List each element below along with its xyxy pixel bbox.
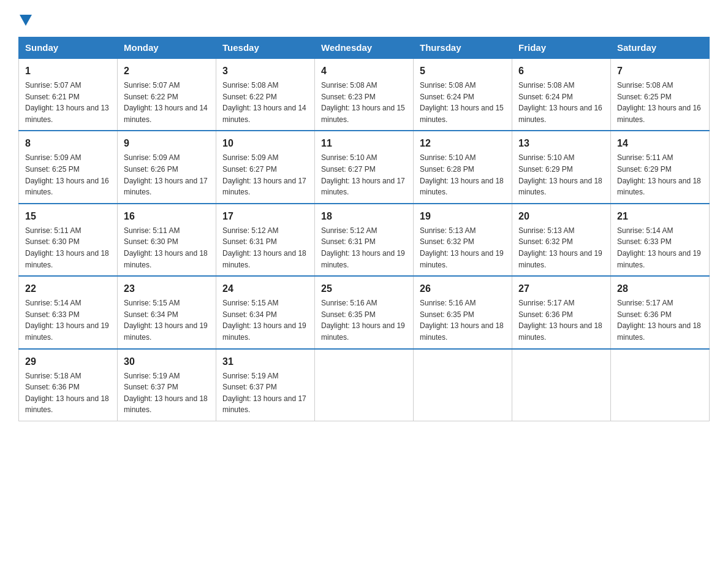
day-number: 3 — [222, 64, 308, 79]
day-number: 11 — [321, 136, 407, 151]
empty-day-cell — [611, 349, 710, 421]
day-cell-31: 31Sunrise: 5:19 AMSunset: 6:37 PMDayligh… — [216, 349, 315, 421]
day-number: 24 — [222, 282, 308, 296]
day-number: 20 — [518, 209, 604, 224]
day-info: Sunrise: 5:16 AMSunset: 6:35 PMDaylight:… — [321, 297, 407, 343]
empty-day-cell — [315, 349, 414, 421]
day-info: Sunrise: 5:13 AMSunset: 6:32 PMDaylight:… — [518, 225, 604, 270]
day-cell-27: 27Sunrise: 5:17 AMSunset: 6:36 PMDayligh… — [512, 276, 611, 348]
weekday-header-tuesday: Tuesday — [216, 37, 315, 59]
day-cell-20: 20Sunrise: 5:13 AMSunset: 6:32 PMDayligh… — [512, 204, 611, 276]
day-cell-13: 13Sunrise: 5:10 AMSunset: 6:29 PMDayligh… — [512, 131, 611, 203]
day-info: Sunrise: 5:19 AMSunset: 6:37 PMDaylight:… — [222, 370, 308, 416]
day-info: Sunrise: 5:14 AMSunset: 6:33 PMDaylight:… — [617, 225, 703, 270]
weekday-header-sunday: Sunday — [19, 37, 118, 59]
day-number: 7 — [617, 64, 703, 79]
day-number: 2 — [124, 64, 210, 79]
logo — [18, 12, 32, 26]
day-number: 26 — [420, 282, 506, 296]
day-number: 14 — [617, 136, 703, 151]
calendar-week-row: 29Sunrise: 5:18 AMSunset: 6:36 PMDayligh… — [19, 349, 710, 421]
calendar-header-row: SundayMondayTuesdayWednesdayThursdayFrid… — [19, 37, 710, 59]
day-info: Sunrise: 5:12 AMSunset: 6:31 PMDaylight:… — [321, 225, 407, 270]
day-number: 21 — [617, 209, 703, 224]
day-cell-18: 18Sunrise: 5:12 AMSunset: 6:31 PMDayligh… — [315, 204, 414, 276]
day-info: Sunrise: 5:08 AMSunset: 6:22 PMDaylight:… — [222, 80, 308, 125]
day-number: 31 — [222, 354, 308, 369]
day-number: 9 — [124, 136, 210, 151]
day-number: 13 — [518, 136, 604, 151]
day-info: Sunrise: 5:16 AMSunset: 6:35 PMDaylight:… — [420, 297, 506, 343]
day-cell-24: 24Sunrise: 5:15 AMSunset: 6:34 PMDayligh… — [216, 276, 315, 348]
day-cell-29: 29Sunrise: 5:18 AMSunset: 6:36 PMDayligh… — [19, 349, 118, 421]
day-cell-19: 19Sunrise: 5:13 AMSunset: 6:32 PMDayligh… — [414, 204, 512, 276]
day-cell-6: 6Sunrise: 5:08 AMSunset: 6:24 PMDaylight… — [512, 58, 611, 131]
day-info: Sunrise: 5:11 AMSunset: 6:30 PMDaylight:… — [25, 225, 111, 270]
day-info: Sunrise: 5:09 AMSunset: 6:25 PMDaylight:… — [25, 152, 111, 197]
empty-day-cell — [512, 349, 611, 421]
day-cell-7: 7Sunrise: 5:08 AMSunset: 6:25 PMDaylight… — [611, 58, 710, 131]
day-cell-14: 14Sunrise: 5:11 AMSunset: 6:29 PMDayligh… — [611, 131, 710, 203]
weekday-header-thursday: Thursday — [414, 37, 512, 59]
day-info: Sunrise: 5:17 AMSunset: 6:36 PMDaylight:… — [518, 297, 604, 343]
day-number: 25 — [321, 282, 407, 296]
day-number: 23 — [124, 282, 210, 296]
day-number: 18 — [321, 209, 407, 224]
day-cell-30: 30Sunrise: 5:19 AMSunset: 6:37 PMDayligh… — [118, 349, 216, 421]
calendar-week-row: 15Sunrise: 5:11 AMSunset: 6:30 PMDayligh… — [19, 204, 710, 276]
day-number: 28 — [617, 282, 703, 296]
calendar-week-row: 22Sunrise: 5:14 AMSunset: 6:33 PMDayligh… — [19, 276, 710, 348]
day-number: 4 — [321, 64, 407, 79]
day-info: Sunrise: 5:10 AMSunset: 6:28 PMDaylight:… — [420, 152, 506, 197]
day-info: Sunrise: 5:10 AMSunset: 6:29 PMDaylight:… — [518, 152, 604, 197]
day-cell-9: 9Sunrise: 5:09 AMSunset: 6:26 PMDaylight… — [118, 131, 216, 203]
day-info: Sunrise: 5:17 AMSunset: 6:36 PMDaylight:… — [617, 297, 703, 343]
weekday-header-wednesday: Wednesday — [315, 37, 414, 59]
day-info: Sunrise: 5:19 AMSunset: 6:37 PMDaylight:… — [124, 370, 210, 416]
day-info: Sunrise: 5:09 AMSunset: 6:27 PMDaylight:… — [222, 152, 308, 197]
day-info: Sunrise: 5:07 AMSunset: 6:21 PMDaylight:… — [25, 80, 111, 125]
day-info: Sunrise: 5:14 AMSunset: 6:33 PMDaylight:… — [25, 297, 111, 343]
calendar-week-row: 1Sunrise: 5:07 AMSunset: 6:21 PMDaylight… — [19, 58, 710, 131]
page-header — [18, 12, 710, 26]
day-info: Sunrise: 5:08 AMSunset: 6:24 PMDaylight:… — [518, 80, 604, 125]
day-info: Sunrise: 5:13 AMSunset: 6:32 PMDaylight:… — [420, 225, 506, 270]
day-info: Sunrise: 5:08 AMSunset: 6:25 PMDaylight:… — [617, 80, 703, 125]
day-cell-17: 17Sunrise: 5:12 AMSunset: 6:31 PMDayligh… — [216, 204, 315, 276]
day-cell-28: 28Sunrise: 5:17 AMSunset: 6:36 PMDayligh… — [611, 276, 710, 348]
day-number: 17 — [222, 209, 308, 224]
day-info: Sunrise: 5:10 AMSunset: 6:27 PMDaylight:… — [321, 152, 407, 197]
day-number: 12 — [420, 136, 506, 151]
day-info: Sunrise: 5:15 AMSunset: 6:34 PMDaylight:… — [124, 297, 210, 343]
day-number: 1 — [25, 64, 111, 79]
day-info: Sunrise: 5:08 AMSunset: 6:23 PMDaylight:… — [321, 80, 407, 125]
day-cell-11: 11Sunrise: 5:10 AMSunset: 6:27 PMDayligh… — [315, 131, 414, 203]
day-info: Sunrise: 5:12 AMSunset: 6:31 PMDaylight:… — [222, 225, 308, 270]
weekday-header-friday: Friday — [512, 37, 611, 59]
day-number: 15 — [25, 209, 111, 224]
day-cell-15: 15Sunrise: 5:11 AMSunset: 6:30 PMDayligh… — [19, 204, 118, 276]
day-info: Sunrise: 5:15 AMSunset: 6:34 PMDaylight:… — [222, 297, 308, 343]
day-number: 30 — [124, 354, 210, 369]
day-number: 5 — [420, 64, 506, 79]
calendar-table: SundayMondayTuesdayWednesdayThursdayFrid… — [18, 37, 710, 421]
day-info: Sunrise: 5:07 AMSunset: 6:22 PMDaylight:… — [124, 80, 210, 125]
day-cell-8: 8Sunrise: 5:09 AMSunset: 6:25 PMDaylight… — [19, 131, 118, 203]
day-number: 19 — [420, 209, 506, 224]
day-number: 10 — [222, 136, 308, 151]
day-info: Sunrise: 5:11 AMSunset: 6:29 PMDaylight:… — [617, 152, 703, 197]
day-number: 8 — [25, 136, 111, 151]
day-cell-1: 1Sunrise: 5:07 AMSunset: 6:21 PMDaylight… — [19, 58, 118, 131]
day-cell-4: 4Sunrise: 5:08 AMSunset: 6:23 PMDaylight… — [315, 58, 414, 131]
day-cell-26: 26Sunrise: 5:16 AMSunset: 6:35 PMDayligh… — [414, 276, 512, 348]
day-cell-22: 22Sunrise: 5:14 AMSunset: 6:33 PMDayligh… — [19, 276, 118, 348]
day-number: 6 — [518, 64, 604, 79]
day-cell-25: 25Sunrise: 5:16 AMSunset: 6:35 PMDayligh… — [315, 276, 414, 348]
day-cell-21: 21Sunrise: 5:14 AMSunset: 6:33 PMDayligh… — [611, 204, 710, 276]
empty-day-cell — [414, 349, 512, 421]
day-cell-16: 16Sunrise: 5:11 AMSunset: 6:30 PMDayligh… — [118, 204, 216, 276]
day-cell-12: 12Sunrise: 5:10 AMSunset: 6:28 PMDayligh… — [414, 131, 512, 203]
day-cell-10: 10Sunrise: 5:09 AMSunset: 6:27 PMDayligh… — [216, 131, 315, 203]
day-cell-5: 5Sunrise: 5:08 AMSunset: 6:24 PMDaylight… — [414, 58, 512, 131]
day-cell-23: 23Sunrise: 5:15 AMSunset: 6:34 PMDayligh… — [118, 276, 216, 348]
